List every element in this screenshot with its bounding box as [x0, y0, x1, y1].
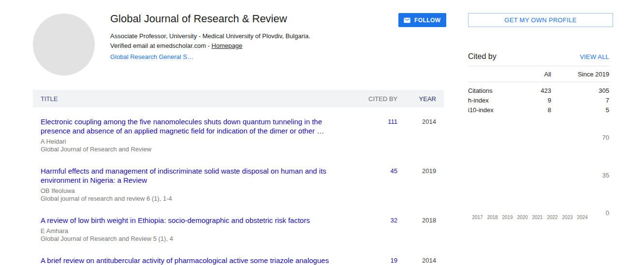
stats-row-i10-index: i10-index 8 5 [468, 105, 609, 115]
citations-chart-bars [468, 137, 609, 213]
article-authors: A Heidari [41, 138, 347, 146]
cited-by-title: Cited by [468, 52, 497, 61]
article-year: 2018 [397, 216, 444, 224]
article-title-link[interactable]: Harmful effects and management of indisc… [41, 166, 347, 185]
article-year: 2014 [397, 256, 444, 264]
stat-value-all: 8 [512, 105, 551, 115]
stats-row-citations: Citations 423 305 [468, 86, 609, 96]
article-venue: Global journal of research and review 6 … [41, 195, 347, 203]
article-row: A review of low birth weight in Ethiopia… [33, 206, 444, 246]
article-row: A brief review on antitubercular activit… [33, 246, 444, 265]
column-title: TITLE [41, 95, 359, 103]
article-venue: Global Journal of Research and Review 5 … [41, 235, 347, 243]
view-all-link[interactable]: VIEW ALL [580, 53, 609, 60]
x-axis-label: 2023 [560, 215, 575, 220]
follow-button-label: FOLLOW [414, 17, 440, 24]
article-authors: OB Ifeoluwa [41, 187, 347, 195]
article-row: Harmful effects and management of indisc… [33, 157, 444, 206]
y-axis-tick-70: 70 [602, 134, 609, 141]
stats-row-h-index: h-index 9 7 [468, 96, 609, 105]
article-cited-by-link[interactable]: 45 [359, 166, 397, 175]
cited-by-columns: All Since 2019 [468, 66, 609, 82]
article-title-link[interactable]: A brief review on antitubercular activit… [41, 256, 347, 265]
stat-value-all: 423 [512, 86, 551, 96]
verified-email-text: Verified email at emedscholar.com - [110, 42, 212, 49]
articles-table: TITLE CITED BY YEAR Electronic coupling … [33, 90, 444, 265]
article-cited-by-link[interactable]: 111 [359, 117, 397, 125]
column-cited-by-sort[interactable]: CITED BY [359, 95, 397, 103]
x-axis-label: 2019 [500, 215, 515, 220]
article-cited-by-link[interactable]: 19 [359, 256, 397, 264]
scholar-profile-page: Global Journal of Research & Review Asso… [0, 0, 644, 265]
column-all: All [512, 71, 551, 78]
stat-value-since: 5 [551, 105, 609, 115]
cited-by-header: Cited by VIEW ALL [468, 52, 609, 66]
stat-value-all: 9 [512, 96, 551, 105]
get-my-own-profile-label: GET MY OWN PROFILE [504, 16, 576, 24]
avatar [33, 14, 95, 75]
stat-label: h-index [468, 96, 512, 105]
stat-value-since: 7 [551, 96, 609, 105]
x-axis-label: 2020 [515, 215, 530, 220]
x-axis-label: 2024 [575, 215, 590, 220]
citations-chart: 70 35 0 2017 2018 2019 2020 2021 2022 20… [468, 137, 609, 220]
page-title: Global Journal of Research & Review [110, 13, 395, 25]
y-axis-tick-0: 0 [606, 209, 609, 217]
article-title-link[interactable]: A review of low birth weight in Ethiopia… [41, 216, 347, 225]
articles-table-header: TITLE CITED BY YEAR [33, 90, 444, 107]
column-since-2019: Since 2019 [551, 71, 609, 78]
x-axis-label: 2017 [470, 215, 485, 220]
citations-chart-plot: 70 35 0 [468, 137, 609, 213]
x-axis-label: 2021 [530, 215, 545, 220]
follow-button[interactable]: FOLLOW [398, 13, 446, 27]
interests-link[interactable]: Global Research General S… [110, 53, 193, 60]
column-year-sort[interactable]: YEAR [397, 95, 444, 103]
citations-chart-x-labels: 2017 2018 2019 2020 2021 2022 2023 2024 [468, 215, 609, 220]
article-year: 2019 [397, 166, 444, 175]
x-axis-label: 2022 [545, 215, 560, 220]
profile-affiliation: Associate Professor, University - Medica… [110, 31, 395, 41]
cited-by-panel: Cited by VIEW ALL All Since 2019 Citatio… [468, 52, 609, 115]
cited-by-stats: Citations 423 305 h-index 9 7 i10-index … [468, 82, 609, 115]
stat-value-since: 305 [551, 86, 609, 96]
article-title-link[interactable]: Electronic coupling among the five nanom… [41, 117, 347, 135]
article-authors: E Amhara [41, 227, 347, 235]
stat-label: i10-index [468, 105, 512, 115]
stat-label: Citations [468, 86, 512, 96]
profile-info: Global Journal of Research & Review Asso… [110, 13, 395, 61]
follow-envelope-icon [403, 16, 411, 24]
profile-verified-line: Verified email at emedscholar.com - Home… [110, 41, 395, 51]
x-axis-label: 2018 [485, 215, 500, 220]
y-axis-tick-35: 35 [602, 172, 609, 179]
article-cited-by-link[interactable]: 32 [359, 216, 397, 224]
article-year: 2014 [397, 117, 444, 125]
article-row: Electronic coupling among the five nanom… [33, 107, 444, 157]
homepage-link[interactable]: Homepage [212, 42, 243, 49]
get-my-own-profile-button[interactable]: GET MY OWN PROFILE [468, 13, 613, 27]
article-venue: Global Journal of Research and Review [41, 146, 347, 153]
